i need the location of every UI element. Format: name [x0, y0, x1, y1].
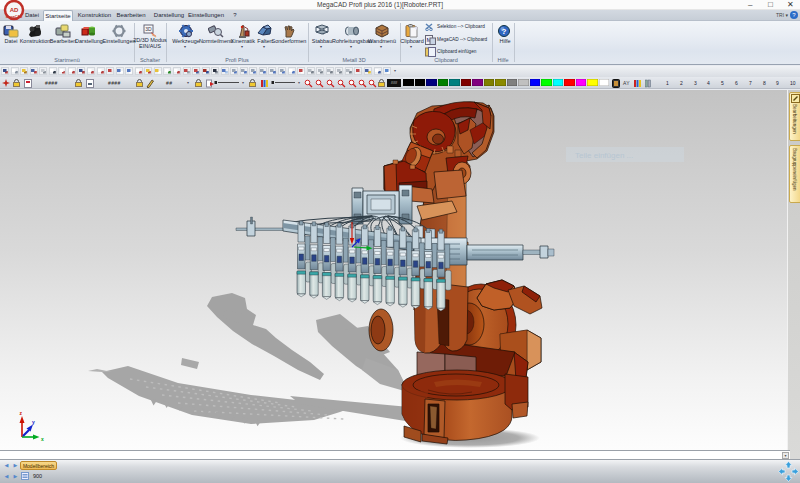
svg-text:x: x [41, 436, 44, 442]
svg-text:3D: 3D [145, 26, 152, 32]
svg-text:MegaCAD: MegaCAD [6, 15, 23, 19]
svg-text:y: y [32, 419, 35, 425]
svg-text:Teile einfügen ...: Teile einfügen ... [575, 151, 633, 160]
svg-text:?: ? [502, 27, 507, 36]
svg-text:z: z [20, 410, 23, 416]
svg-text:AD: AD [10, 7, 19, 13]
